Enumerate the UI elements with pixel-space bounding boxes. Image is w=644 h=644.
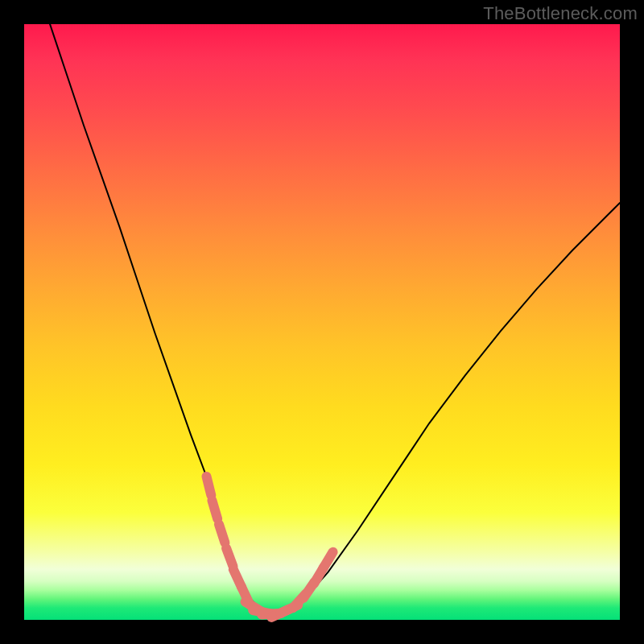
series-curve <box>48 19 620 614</box>
marker-dashes <box>207 477 333 617</box>
marker-dash <box>207 477 212 495</box>
marker-dash <box>212 501 217 519</box>
marker-dash <box>219 524 225 543</box>
watermark-text: TheBottleneck.com <box>483 3 638 24</box>
chart-overlay <box>24 24 620 620</box>
chart-root: TheBottleneck.com <box>0 0 644 644</box>
marker-dash <box>226 548 233 566</box>
